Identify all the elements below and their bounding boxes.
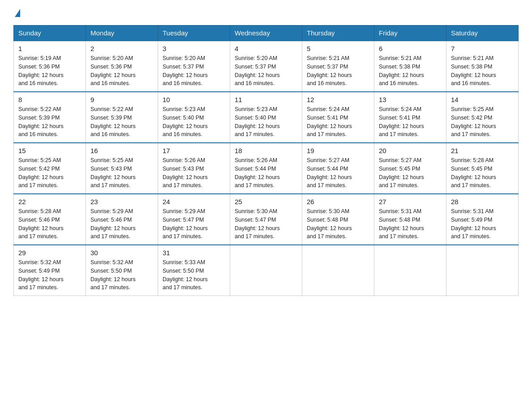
day-of-week-header: Monday xyxy=(86,26,158,41)
day-number: 8 xyxy=(18,96,81,103)
day-number: 25 xyxy=(235,198,297,206)
calendar-cell: 2 Sunrise: 5:20 AMSunset: 5:36 PMDayligh… xyxy=(86,41,158,92)
day-info: Sunrise: 5:28 AMSunset: 5:46 PMDaylight:… xyxy=(18,208,64,240)
day-number: 15 xyxy=(18,147,81,154)
day-number: 11 xyxy=(235,96,297,103)
day-info: Sunrise: 5:25 AMSunset: 5:42 PMDaylight:… xyxy=(18,157,64,188)
day-info: Sunrise: 5:25 AMSunset: 5:43 PMDaylight:… xyxy=(90,157,136,188)
calendar-cell xyxy=(230,245,302,296)
calendar-cell: 28 Sunrise: 5:31 AMSunset: 5:49 PMDaylig… xyxy=(446,194,519,245)
day-info: Sunrise: 5:33 AMSunset: 5:50 PMDaylight:… xyxy=(163,259,208,291)
day-number: 5 xyxy=(307,45,369,52)
day-number: 31 xyxy=(163,249,225,257)
day-number: 16 xyxy=(90,147,153,154)
day-number: 24 xyxy=(163,198,225,206)
day-info: Sunrise: 5:27 AMSunset: 5:45 PMDaylight:… xyxy=(379,157,424,188)
calendar-week-row: 29 Sunrise: 5:32 AMSunset: 5:49 PMDaylig… xyxy=(14,245,519,296)
day-info: Sunrise: 5:20 AMSunset: 5:37 PMDaylight:… xyxy=(163,55,208,86)
calendar-week-row: 1 Sunrise: 5:19 AMSunset: 5:36 PMDayligh… xyxy=(14,41,519,92)
calendar-cell: 4 Sunrise: 5:20 AMSunset: 5:37 PMDayligh… xyxy=(230,41,302,92)
day-number: 28 xyxy=(451,198,514,206)
day-number: 1 xyxy=(18,45,81,52)
logo-area xyxy=(13,9,21,17)
day-number: 12 xyxy=(307,96,369,103)
calendar-cell: 8 Sunrise: 5:22 AMSunset: 5:39 PMDayligh… xyxy=(14,92,86,143)
day-info: Sunrise: 5:32 AMSunset: 5:50 PMDaylight:… xyxy=(90,259,136,291)
day-number: 23 xyxy=(90,198,153,206)
days-of-week-row: SundayMondayTuesdayWednesdayThursdayFrid… xyxy=(14,26,519,41)
day-info: Sunrise: 5:24 AMSunset: 5:41 PMDaylight:… xyxy=(379,106,424,137)
calendar-cell: 14 Sunrise: 5:25 AMSunset: 5:42 PMDaylig… xyxy=(446,92,519,143)
day-info: Sunrise: 5:19 AMSunset: 5:36 PMDaylight:… xyxy=(18,55,64,86)
day-info: Sunrise: 5:29 AMSunset: 5:46 PMDaylight:… xyxy=(90,208,136,240)
day-info: Sunrise: 5:26 AMSunset: 5:43 PMDaylight:… xyxy=(163,157,208,188)
calendar-cell: 27 Sunrise: 5:31 AMSunset: 5:48 PMDaylig… xyxy=(374,194,446,245)
calendar-cell: 15 Sunrise: 5:25 AMSunset: 5:42 PMDaylig… xyxy=(14,143,86,194)
day-number: 4 xyxy=(235,45,297,52)
day-info: Sunrise: 5:22 AMSunset: 5:39 PMDaylight:… xyxy=(90,106,136,137)
day-number: 19 xyxy=(307,147,369,154)
calendar-cell: 16 Sunrise: 5:25 AMSunset: 5:43 PMDaylig… xyxy=(86,143,158,194)
day-number: 21 xyxy=(451,147,514,154)
calendar-cell: 20 Sunrise: 5:27 AMSunset: 5:45 PMDaylig… xyxy=(374,143,446,194)
calendar-cell: 7 Sunrise: 5:21 AMSunset: 5:38 PMDayligh… xyxy=(446,41,519,92)
calendar-cell: 22 Sunrise: 5:28 AMSunset: 5:46 PMDaylig… xyxy=(14,194,86,245)
page-header xyxy=(13,9,519,17)
day-info: Sunrise: 5:29 AMSunset: 5:47 PMDaylight:… xyxy=(163,208,208,240)
calendar-cell: 10 Sunrise: 5:23 AMSunset: 5:40 PMDaylig… xyxy=(158,92,230,143)
day-info: Sunrise: 5:22 AMSunset: 5:39 PMDaylight:… xyxy=(18,106,64,137)
day-of-week-header: Friday xyxy=(374,26,446,41)
day-number: 29 xyxy=(18,249,81,257)
day-number: 26 xyxy=(307,198,369,206)
calendar-week-row: 22 Sunrise: 5:28 AMSunset: 5:46 PMDaylig… xyxy=(14,194,519,245)
calendar-table: SundayMondayTuesdayWednesdayThursdayFrid… xyxy=(13,25,519,296)
calendar-week-row: 8 Sunrise: 5:22 AMSunset: 5:39 PMDayligh… xyxy=(14,92,519,143)
day-of-week-header: Sunday xyxy=(14,26,86,41)
day-info: Sunrise: 5:31 AMSunset: 5:49 PMDaylight:… xyxy=(451,208,496,240)
calendar-cell: 5 Sunrise: 5:21 AMSunset: 5:37 PMDayligh… xyxy=(302,41,374,92)
calendar-week-row: 15 Sunrise: 5:25 AMSunset: 5:42 PMDaylig… xyxy=(14,143,519,194)
calendar-cell xyxy=(374,245,446,296)
day-info: Sunrise: 5:21 AMSunset: 5:38 PMDaylight:… xyxy=(379,55,424,86)
day-info: Sunrise: 5:20 AMSunset: 5:36 PMDaylight:… xyxy=(90,55,136,86)
day-number: 9 xyxy=(90,96,153,103)
calendar-cell: 13 Sunrise: 5:24 AMSunset: 5:41 PMDaylig… xyxy=(374,92,446,143)
calendar-cell: 24 Sunrise: 5:29 AMSunset: 5:47 PMDaylig… xyxy=(158,194,230,245)
day-of-week-header: Wednesday xyxy=(230,26,302,41)
day-info: Sunrise: 5:24 AMSunset: 5:41 PMDaylight:… xyxy=(307,106,352,137)
calendar-cell xyxy=(302,245,374,296)
day-number: 14 xyxy=(451,96,514,103)
calendar-cell xyxy=(446,245,519,296)
day-info: Sunrise: 5:26 AMSunset: 5:44 PMDaylight:… xyxy=(235,157,280,188)
day-info: Sunrise: 5:28 AMSunset: 5:45 PMDaylight:… xyxy=(451,157,496,188)
day-number: 10 xyxy=(163,96,225,103)
day-info: Sunrise: 5:30 AMSunset: 5:48 PMDaylight:… xyxy=(307,208,352,240)
calendar-cell: 25 Sunrise: 5:30 AMSunset: 5:47 PMDaylig… xyxy=(230,194,302,245)
calendar-header: SundayMondayTuesdayWednesdayThursdayFrid… xyxy=(14,26,519,41)
calendar-cell: 11 Sunrise: 5:23 AMSunset: 5:40 PMDaylig… xyxy=(230,92,302,143)
day-of-week-header: Saturday xyxy=(446,26,519,41)
calendar-cell: 26 Sunrise: 5:30 AMSunset: 5:48 PMDaylig… xyxy=(302,194,374,245)
calendar-cell: 23 Sunrise: 5:29 AMSunset: 5:46 PMDaylig… xyxy=(86,194,158,245)
day-info: Sunrise: 5:23 AMSunset: 5:40 PMDaylight:… xyxy=(163,106,208,137)
day-number: 22 xyxy=(18,198,81,206)
calendar-cell: 6 Sunrise: 5:21 AMSunset: 5:38 PMDayligh… xyxy=(374,41,446,92)
day-info: Sunrise: 5:32 AMSunset: 5:49 PMDaylight:… xyxy=(18,259,64,291)
calendar-cell: 17 Sunrise: 5:26 AMSunset: 5:43 PMDaylig… xyxy=(158,143,230,194)
calendar-cell: 9 Sunrise: 5:22 AMSunset: 5:39 PMDayligh… xyxy=(86,92,158,143)
day-info: Sunrise: 5:25 AMSunset: 5:42 PMDaylight:… xyxy=(451,106,496,137)
day-number: 20 xyxy=(379,147,442,154)
day-of-week-header: Tuesday xyxy=(158,26,230,41)
day-info: Sunrise: 5:30 AMSunset: 5:47 PMDaylight:… xyxy=(235,208,280,240)
calendar-cell: 18 Sunrise: 5:26 AMSunset: 5:44 PMDaylig… xyxy=(230,143,302,194)
day-number: 6 xyxy=(379,45,442,52)
logo-triangle-icon xyxy=(15,9,20,17)
day-number: 27 xyxy=(379,198,442,206)
day-of-week-header: Thursday xyxy=(302,26,374,41)
calendar-cell: 29 Sunrise: 5:32 AMSunset: 5:49 PMDaylig… xyxy=(14,245,86,296)
day-info: Sunrise: 5:23 AMSunset: 5:40 PMDaylight:… xyxy=(235,106,280,137)
day-info: Sunrise: 5:21 AMSunset: 5:37 PMDaylight:… xyxy=(307,55,352,86)
calendar-cell: 19 Sunrise: 5:27 AMSunset: 5:44 PMDaylig… xyxy=(302,143,374,194)
day-number: 30 xyxy=(90,249,153,257)
logo xyxy=(13,9,21,17)
